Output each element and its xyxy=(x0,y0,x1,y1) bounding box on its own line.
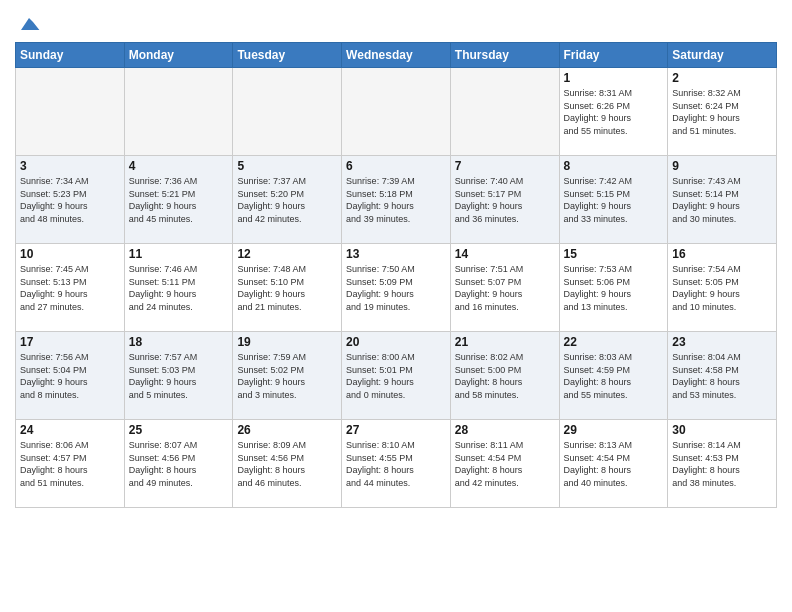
calendar-cell: 24Sunrise: 8:06 AMSunset: 4:57 PMDayligh… xyxy=(16,420,125,508)
calendar-cell: 6Sunrise: 7:39 AMSunset: 5:18 PMDaylight… xyxy=(342,156,451,244)
calendar-cell: 1Sunrise: 8:31 AMSunset: 6:26 PMDaylight… xyxy=(559,68,668,156)
day-number: 24 xyxy=(20,423,120,437)
weekday-tuesday: Tuesday xyxy=(233,43,342,68)
calendar-cell: 25Sunrise: 8:07 AMSunset: 4:56 PMDayligh… xyxy=(124,420,233,508)
logo-icon xyxy=(17,14,41,38)
day-number: 18 xyxy=(129,335,229,349)
week-row-2: 3Sunrise: 7:34 AMSunset: 5:23 PMDaylight… xyxy=(16,156,777,244)
day-number: 10 xyxy=(20,247,120,261)
calendar-cell: 16Sunrise: 7:54 AMSunset: 5:05 PMDayligh… xyxy=(668,244,777,332)
day-number: 23 xyxy=(672,335,772,349)
day-info: Sunrise: 8:11 AMSunset: 4:54 PMDaylight:… xyxy=(455,439,555,489)
day-number: 12 xyxy=(237,247,337,261)
week-row-5: 24Sunrise: 8:06 AMSunset: 4:57 PMDayligh… xyxy=(16,420,777,508)
calendar-table: SundayMondayTuesdayWednesdayThursdayFrid… xyxy=(15,42,777,508)
week-row-3: 10Sunrise: 7:45 AMSunset: 5:13 PMDayligh… xyxy=(16,244,777,332)
day-info: Sunrise: 7:39 AMSunset: 5:18 PMDaylight:… xyxy=(346,175,446,225)
calendar-cell: 26Sunrise: 8:09 AMSunset: 4:56 PMDayligh… xyxy=(233,420,342,508)
calendar-cell: 11Sunrise: 7:46 AMSunset: 5:11 PMDayligh… xyxy=(124,244,233,332)
day-number: 3 xyxy=(20,159,120,173)
day-info: Sunrise: 7:50 AMSunset: 5:09 PMDaylight:… xyxy=(346,263,446,313)
day-info: Sunrise: 7:48 AMSunset: 5:10 PMDaylight:… xyxy=(237,263,337,313)
day-number: 6 xyxy=(346,159,446,173)
day-number: 16 xyxy=(672,247,772,261)
week-row-1: 1Sunrise: 8:31 AMSunset: 6:26 PMDaylight… xyxy=(16,68,777,156)
day-number: 25 xyxy=(129,423,229,437)
calendar-cell: 18Sunrise: 7:57 AMSunset: 5:03 PMDayligh… xyxy=(124,332,233,420)
weekday-sunday: Sunday xyxy=(16,43,125,68)
calendar-cell: 21Sunrise: 8:02 AMSunset: 5:00 PMDayligh… xyxy=(450,332,559,420)
calendar-cell: 10Sunrise: 7:45 AMSunset: 5:13 PMDayligh… xyxy=(16,244,125,332)
day-number: 20 xyxy=(346,335,446,349)
calendar-cell: 17Sunrise: 7:56 AMSunset: 5:04 PMDayligh… xyxy=(16,332,125,420)
day-number: 15 xyxy=(564,247,664,261)
calendar-cell: 29Sunrise: 8:13 AMSunset: 4:54 PMDayligh… xyxy=(559,420,668,508)
day-number: 2 xyxy=(672,71,772,85)
calendar-cell: 13Sunrise: 7:50 AMSunset: 5:09 PMDayligh… xyxy=(342,244,451,332)
calendar-cell: 7Sunrise: 7:40 AMSunset: 5:17 PMDaylight… xyxy=(450,156,559,244)
day-info: Sunrise: 7:43 AMSunset: 5:14 PMDaylight:… xyxy=(672,175,772,225)
day-number: 19 xyxy=(237,335,337,349)
calendar-cell: 23Sunrise: 8:04 AMSunset: 4:58 PMDayligh… xyxy=(668,332,777,420)
calendar-cell: 9Sunrise: 7:43 AMSunset: 5:14 PMDaylight… xyxy=(668,156,777,244)
logo xyxy=(15,14,41,38)
day-info: Sunrise: 8:10 AMSunset: 4:55 PMDaylight:… xyxy=(346,439,446,489)
day-info: Sunrise: 7:56 AMSunset: 5:04 PMDaylight:… xyxy=(20,351,120,401)
day-number: 17 xyxy=(20,335,120,349)
header xyxy=(15,10,777,38)
weekday-monday: Monday xyxy=(124,43,233,68)
day-number: 4 xyxy=(129,159,229,173)
day-number: 22 xyxy=(564,335,664,349)
weekday-thursday: Thursday xyxy=(450,43,559,68)
calendar-cell: 2Sunrise: 8:32 AMSunset: 6:24 PMDaylight… xyxy=(668,68,777,156)
calendar-cell xyxy=(16,68,125,156)
day-info: Sunrise: 8:03 AMSunset: 4:59 PMDaylight:… xyxy=(564,351,664,401)
calendar-cell: 20Sunrise: 8:00 AMSunset: 5:01 PMDayligh… xyxy=(342,332,451,420)
day-info: Sunrise: 7:46 AMSunset: 5:11 PMDaylight:… xyxy=(129,263,229,313)
day-info: Sunrise: 7:51 AMSunset: 5:07 PMDaylight:… xyxy=(455,263,555,313)
weekday-wednesday: Wednesday xyxy=(342,43,451,68)
weekday-saturday: Saturday xyxy=(668,43,777,68)
calendar-cell: 4Sunrise: 7:36 AMSunset: 5:21 PMDaylight… xyxy=(124,156,233,244)
svg-marker-0 xyxy=(21,18,39,30)
day-info: Sunrise: 8:32 AMSunset: 6:24 PMDaylight:… xyxy=(672,87,772,137)
day-number: 9 xyxy=(672,159,772,173)
calendar-cell: 27Sunrise: 8:10 AMSunset: 4:55 PMDayligh… xyxy=(342,420,451,508)
day-number: 21 xyxy=(455,335,555,349)
day-info: Sunrise: 7:59 AMSunset: 5:02 PMDaylight:… xyxy=(237,351,337,401)
calendar-cell: 14Sunrise: 7:51 AMSunset: 5:07 PMDayligh… xyxy=(450,244,559,332)
calendar-cell: 22Sunrise: 8:03 AMSunset: 4:59 PMDayligh… xyxy=(559,332,668,420)
day-number: 11 xyxy=(129,247,229,261)
day-number: 13 xyxy=(346,247,446,261)
day-number: 8 xyxy=(564,159,664,173)
calendar-cell: 3Sunrise: 7:34 AMSunset: 5:23 PMDaylight… xyxy=(16,156,125,244)
calendar-cell: 5Sunrise: 7:37 AMSunset: 5:20 PMDaylight… xyxy=(233,156,342,244)
day-info: Sunrise: 7:53 AMSunset: 5:06 PMDaylight:… xyxy=(564,263,664,313)
weekday-header-row: SundayMondayTuesdayWednesdayThursdayFrid… xyxy=(16,43,777,68)
day-info: Sunrise: 8:13 AMSunset: 4:54 PMDaylight:… xyxy=(564,439,664,489)
calendar-cell: 12Sunrise: 7:48 AMSunset: 5:10 PMDayligh… xyxy=(233,244,342,332)
day-info: Sunrise: 7:37 AMSunset: 5:20 PMDaylight:… xyxy=(237,175,337,225)
page: SundayMondayTuesdayWednesdayThursdayFrid… xyxy=(0,0,792,612)
day-info: Sunrise: 7:42 AMSunset: 5:15 PMDaylight:… xyxy=(564,175,664,225)
calendar-cell: 30Sunrise: 8:14 AMSunset: 4:53 PMDayligh… xyxy=(668,420,777,508)
day-info: Sunrise: 7:45 AMSunset: 5:13 PMDaylight:… xyxy=(20,263,120,313)
calendar-cell: 28Sunrise: 8:11 AMSunset: 4:54 PMDayligh… xyxy=(450,420,559,508)
day-info: Sunrise: 7:57 AMSunset: 5:03 PMDaylight:… xyxy=(129,351,229,401)
day-number: 28 xyxy=(455,423,555,437)
calendar-cell xyxy=(124,68,233,156)
day-info: Sunrise: 7:36 AMSunset: 5:21 PMDaylight:… xyxy=(129,175,229,225)
calendar-cell: 8Sunrise: 7:42 AMSunset: 5:15 PMDaylight… xyxy=(559,156,668,244)
calendar-cell: 19Sunrise: 7:59 AMSunset: 5:02 PMDayligh… xyxy=(233,332,342,420)
day-info: Sunrise: 7:34 AMSunset: 5:23 PMDaylight:… xyxy=(20,175,120,225)
day-info: Sunrise: 8:31 AMSunset: 6:26 PMDaylight:… xyxy=(564,87,664,137)
day-number: 29 xyxy=(564,423,664,437)
weekday-friday: Friday xyxy=(559,43,668,68)
day-info: Sunrise: 8:06 AMSunset: 4:57 PMDaylight:… xyxy=(20,439,120,489)
day-number: 30 xyxy=(672,423,772,437)
day-info: Sunrise: 8:04 AMSunset: 4:58 PMDaylight:… xyxy=(672,351,772,401)
day-number: 7 xyxy=(455,159,555,173)
day-info: Sunrise: 7:40 AMSunset: 5:17 PMDaylight:… xyxy=(455,175,555,225)
day-info: Sunrise: 8:02 AMSunset: 5:00 PMDaylight:… xyxy=(455,351,555,401)
day-info: Sunrise: 8:14 AMSunset: 4:53 PMDaylight:… xyxy=(672,439,772,489)
